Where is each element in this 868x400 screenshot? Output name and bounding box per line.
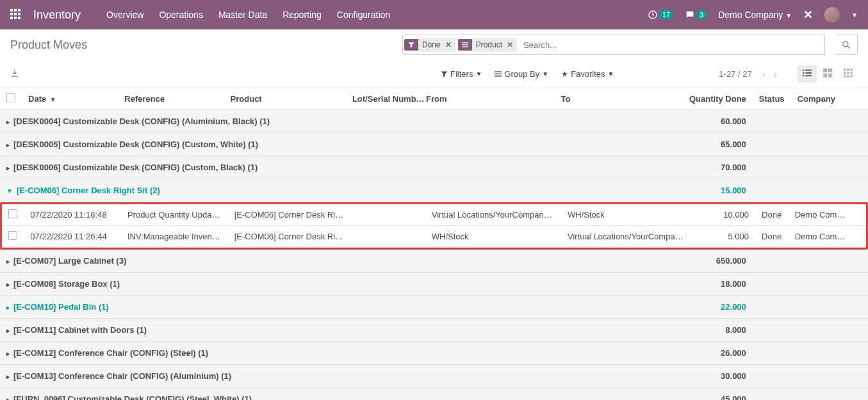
- group-row[interactable]: ▸[DESK0004] Customizable Desk (CONFIG) (…: [0, 110, 868, 133]
- search-bar[interactable]: Done✕ Product✕: [402, 35, 825, 55]
- nav-master-data[interactable]: Master Data: [218, 10, 267, 20]
- svg-rect-5: [18, 13, 20, 15]
- select-all-checkbox[interactable]: [6, 93, 15, 102]
- svg-rect-17: [803, 70, 805, 71]
- pager-prev-icon[interactable]: ‹: [760, 68, 768, 81]
- export-icon[interactable]: [10, 68, 19, 79]
- col-reference[interactable]: Reference: [118, 88, 224, 110]
- svg-rect-23: [823, 68, 827, 72]
- col-status[interactable]: Status: [753, 88, 791, 110]
- filter-facet-done: Done✕: [404, 38, 455, 52]
- col-qty[interactable]: Quantity Done: [683, 88, 753, 110]
- favorites-button[interactable]: Favorites ▼: [556, 67, 619, 81]
- nav-overview[interactable]: Overview: [106, 10, 143, 20]
- svg-rect-7: [14, 17, 17, 19]
- svg-rect-24: [828, 68, 832, 72]
- company-selector[interactable]: Demo Company ▼: [718, 10, 792, 20]
- search-input[interactable]: [518, 38, 824, 52]
- group-row[interactable]: ▸[FURN_0096] Customizable Desk (CONFIG) …: [0, 388, 868, 401]
- avatar[interactable]: [824, 7, 840, 22]
- list-icon: [458, 39, 472, 51]
- svg-rect-25: [823, 74, 827, 77]
- svg-rect-33: [844, 76, 846, 78]
- group-row[interactable]: ▸[E-COM08] Storage Box (1)18.000: [0, 273, 868, 296]
- search-icon[interactable]: [835, 35, 858, 55]
- module-title: Inventory: [33, 8, 81, 22]
- remove-facet-icon[interactable]: ✕: [507, 40, 513, 49]
- svg-rect-11: [462, 44, 468, 45]
- svg-rect-16: [495, 76, 502, 76]
- moves-table: Date ▼ Reference Product Lot/Serial Numb…: [0, 88, 868, 400]
- svg-rect-34: [847, 76, 849, 78]
- svg-rect-28: [847, 68, 849, 71]
- pager-next-icon[interactable]: ›: [771, 68, 780, 81]
- col-date[interactable]: Date ▼: [22, 88, 118, 110]
- pivot-view-icon[interactable]: [839, 65, 858, 83]
- messages-badge: 3: [696, 10, 707, 19]
- group-row[interactable]: ▸[E-COM12] Conference Chair (CONFIG) (St…: [0, 342, 868, 365]
- messages-button[interactable]: 3: [685, 10, 707, 20]
- col-lot[interactable]: Lot/Serial Numb…: [346, 88, 420, 110]
- control-panel: Product Moves Done✕ Product✕ Filters ▼: [0, 29, 868, 88]
- row-checkbox[interactable]: [8, 231, 17, 240]
- svg-rect-1: [14, 9, 17, 12]
- nav-configuration[interactable]: Configuration: [337, 10, 390, 20]
- table-row[interactable]: 07/22/2020 11:26:44 INV:Manageable Inven…: [2, 226, 866, 248]
- pager-text: 1-27 / 27: [719, 69, 751, 79]
- groupby-facet-product: Product✕: [458, 38, 517, 52]
- svg-rect-26: [828, 74, 832, 77]
- svg-rect-6: [10, 17, 13, 19]
- breadcrumb: Product Moves: [10, 38, 87, 52]
- filters-button[interactable]: Filters ▼: [436, 67, 487, 81]
- group-row[interactable]: ▸[E-COM11] Cabinet with Doors (1)8.000: [0, 319, 868, 342]
- svg-rect-22: [805, 76, 812, 77]
- header-right: 17 3 Demo Company ▼ ✕ ▼: [648, 7, 858, 22]
- facet-label: Product: [476, 40, 502, 49]
- funnel-icon: [404, 39, 418, 51]
- apps-icon[interactable]: [10, 9, 20, 21]
- kanban-view-icon[interactable]: [818, 65, 837, 83]
- group-row[interactable]: ▸[E-COM10] Pedal Bin (1)22.000: [0, 296, 868, 319]
- group-row[interactable]: ▸[DESK0005] Customizable Desk (CONFIG) (…: [0, 133, 868, 156]
- svg-rect-10: [462, 42, 468, 43]
- top-header: Inventory Overview Operations Master Dat…: [0, 0, 868, 29]
- svg-rect-0: [10, 9, 13, 12]
- svg-rect-15: [495, 74, 502, 74]
- facet-label: Done: [422, 40, 441, 49]
- svg-rect-29: [851, 68, 853, 71]
- svg-rect-27: [844, 68, 846, 71]
- svg-point-13: [843, 42, 848, 47]
- remove-facet-icon[interactable]: ✕: [445, 40, 452, 49]
- svg-rect-35: [851, 76, 853, 78]
- svg-rect-18: [805, 70, 812, 71]
- nav-reporting[interactable]: Reporting: [283, 10, 322, 20]
- table-row[interactable]: 07/22/2020 11:16:48 Product Quantity Upd…: [2, 204, 866, 226]
- svg-rect-19: [803, 72, 805, 74]
- nav-links: Overview Operations Master Data Reportin…: [106, 10, 648, 20]
- svg-rect-30: [844, 72, 846, 74]
- user-menu-caret[interactable]: ▼: [851, 12, 858, 19]
- svg-rect-32: [851, 72, 853, 74]
- svg-rect-8: [18, 17, 20, 19]
- activities-badge: 17: [659, 10, 673, 19]
- svg-rect-21: [803, 76, 805, 77]
- activities-button[interactable]: 17: [648, 10, 673, 20]
- close-icon[interactable]: ✕: [803, 8, 813, 22]
- nav-operations[interactable]: Operations: [159, 10, 202, 20]
- col-company[interactable]: Company: [791, 88, 855, 110]
- col-to[interactable]: To: [554, 88, 682, 110]
- group-row[interactable]: ▼[E-COM06] Corner Desk Right Sit (2)15.0…: [0, 179, 868, 202]
- list-view-icon[interactable]: [798, 65, 817, 83]
- svg-rect-14: [495, 71, 502, 72]
- col-from[interactable]: From: [420, 88, 554, 110]
- group-row[interactable]: ▸[E-COM07] Large Cabinet (3)650.000: [0, 250, 868, 273]
- svg-rect-20: [805, 72, 812, 74]
- svg-rect-2: [18, 9, 20, 12]
- groupby-button[interactable]: Group By ▼: [489, 67, 553, 81]
- svg-rect-3: [10, 13, 13, 15]
- col-product[interactable]: Product: [224, 88, 346, 110]
- table-container: Date ▼ Reference Product Lot/Serial Numb…: [0, 88, 868, 400]
- group-row[interactable]: ▸[E-COM13] Conference Chair (CONFIG) (Al…: [0, 365, 868, 388]
- row-checkbox[interactable]: [8, 209, 17, 218]
- group-row[interactable]: ▸[DESK0006] Customizable Desk (CONFIG) (…: [0, 156, 868, 179]
